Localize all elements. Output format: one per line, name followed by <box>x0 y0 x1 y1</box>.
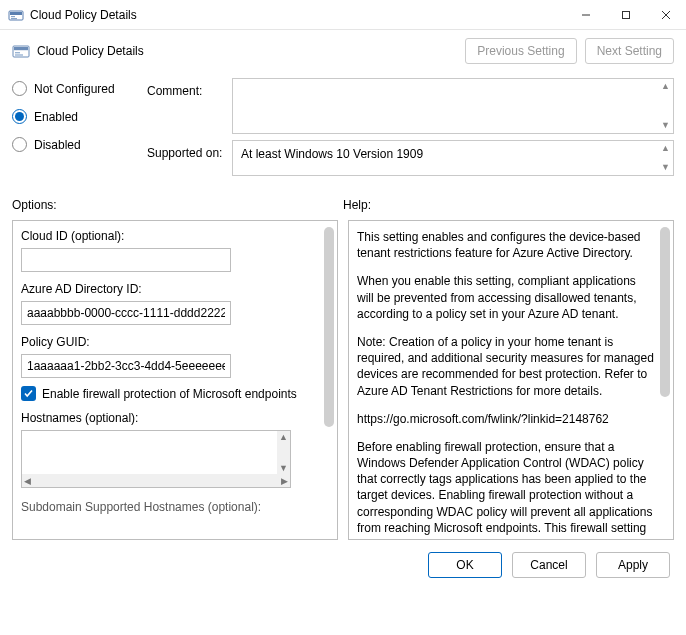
radio-label: Not Configured <box>34 82 115 96</box>
ok-button[interactable]: OK <box>428 552 502 578</box>
policy-guid-input[interactable] <box>21 354 231 378</box>
scrollbar-horizontal[interactable]: ◀ ▶ <box>22 474 290 487</box>
svg-rect-3 <box>11 18 17 19</box>
comment-label: Comment: <box>147 78 232 98</box>
comment-spinner[interactable]: ▲ ▼ <box>661 82 670 130</box>
scrollbar-thumb[interactable] <box>660 227 670 397</box>
radio-not-configured[interactable]: Not Configured <box>12 81 147 96</box>
firewall-checkbox-row[interactable]: Enable firewall protection of Microsoft … <box>21 386 319 401</box>
window-title: Cloud Policy Details <box>30 8 566 22</box>
svg-rect-9 <box>14 47 28 50</box>
supported-spinner[interactable]: ▲ ▼ <box>661 144 670 172</box>
chevron-right-icon[interactable]: ▶ <box>279 475 290 487</box>
page-title: Cloud Policy Details <box>37 44 457 58</box>
checkbox-checked-icon <box>21 386 36 401</box>
chevron-up-icon[interactable]: ▲ <box>277 431 290 443</box>
help-link-text: https://go.microsoft.com/fwlink/?linkid=… <box>357 411 655 427</box>
chevron-up-icon[interactable]: ▲ <box>661 144 670 153</box>
cancel-button[interactable]: Cancel <box>512 552 586 578</box>
state-radio-group: Not Configured Enabled Disabled <box>12 78 147 182</box>
hostnames-listbox[interactable]: ▲ ▼ ◀ ▶ <box>21 430 291 488</box>
svg-rect-11 <box>15 54 23 55</box>
footer: OK Cancel Apply <box>0 542 686 588</box>
firewall-checkbox-label: Enable firewall protection of Microsoft … <box>42 387 297 401</box>
titlebar: Cloud Policy Details <box>0 0 686 30</box>
maximize-button[interactable] <box>606 0 646 30</box>
chevron-down-icon[interactable]: ▼ <box>661 163 670 172</box>
directory-id-label: Azure AD Directory ID: <box>21 282 319 296</box>
previous-setting-button[interactable]: Previous Setting <box>465 38 576 64</box>
svg-rect-1 <box>10 12 22 15</box>
comment-input[interactable]: ▲ ▼ <box>232 78 674 134</box>
radio-disabled[interactable]: Disabled <box>12 137 147 152</box>
config-section: Not Configured Enabled Disabled Comment:… <box>0 78 686 188</box>
options-heading: Options: <box>12 198 343 212</box>
radio-label: Enabled <box>34 110 78 124</box>
scrollbar-vertical[interactable]: ▲ ▼ <box>277 431 290 474</box>
apply-button[interactable]: Apply <box>596 552 670 578</box>
help-heading: Help: <box>343 198 674 212</box>
help-text: This setting enables and configures the … <box>357 229 655 261</box>
supported-label: Supported on: <box>147 140 232 160</box>
chevron-up-icon[interactable]: ▲ <box>661 82 670 91</box>
radio-icon <box>12 81 27 96</box>
hostnames-label: Hostnames (optional): <box>21 411 319 425</box>
help-scrollbar[interactable] <box>659 225 671 535</box>
supported-on-field: At least Windows 10 Version 1909 ▲ ▼ <box>232 140 674 176</box>
svg-rect-5 <box>623 11 630 18</box>
app-icon <box>8 7 24 23</box>
help-text: Before enabling firewall protection, ens… <box>357 439 655 540</box>
subdomain-label: Subdomain Supported Hostnames (optional)… <box>21 500 319 514</box>
svg-rect-2 <box>11 16 15 17</box>
scrollbar-thumb[interactable] <box>324 227 334 427</box>
help-pane: This setting enables and configures the … <box>348 220 674 540</box>
chevron-down-icon[interactable]: ▼ <box>661 121 670 130</box>
chevron-left-icon[interactable]: ◀ <box>22 475 33 487</box>
radio-icon <box>12 137 27 152</box>
svg-rect-10 <box>15 52 20 53</box>
minimize-button[interactable] <box>566 0 606 30</box>
cloud-id-input[interactable] <box>21 248 231 272</box>
directory-id-input[interactable] <box>21 301 231 325</box>
header: Cloud Policy Details Previous Setting Ne… <box>0 30 686 78</box>
radio-icon <box>12 109 27 124</box>
help-text: Note: Creation of a policy in your home … <box>357 334 655 399</box>
panes: Cloud ID (optional): Azure AD Directory … <box>0 216 686 542</box>
chevron-down-icon[interactable]: ▼ <box>277 462 290 474</box>
close-button[interactable] <box>646 0 686 30</box>
policy-guid-label: Policy GUID: <box>21 335 319 349</box>
form-column: Comment: ▲ ▼ Supported on: At least Wind… <box>147 78 674 182</box>
next-setting-button[interactable]: Next Setting <box>585 38 674 64</box>
supported-on-value: At least Windows 10 Version 1909 <box>241 147 423 161</box>
radio-enabled[interactable]: Enabled <box>12 109 147 124</box>
options-pane: Cloud ID (optional): Azure AD Directory … <box>12 220 338 540</box>
radio-label: Disabled <box>34 138 81 152</box>
help-text: When you enable this setting, compliant … <box>357 273 655 322</box>
options-scrollbar[interactable] <box>323 225 335 535</box>
policy-icon <box>12 42 30 60</box>
section-labels: Options: Help: <box>0 188 686 216</box>
cloud-id-label: Cloud ID (optional): <box>21 229 319 243</box>
